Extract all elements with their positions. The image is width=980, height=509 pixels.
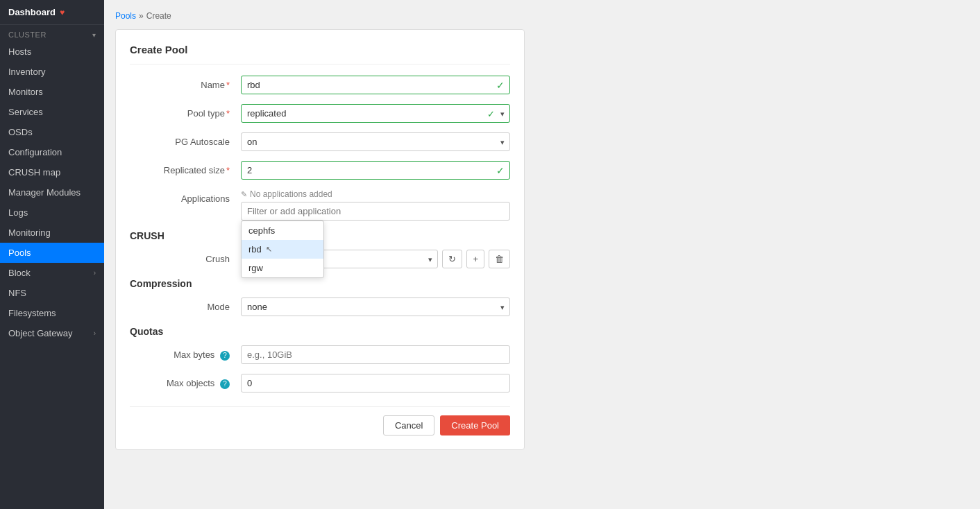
pool-type-select[interactable]: replicated erasure	[241, 104, 510, 123]
card-title: Create Pool	[130, 44, 510, 64]
max-objects-row: Max objects ?	[130, 374, 510, 392]
sidebar-item-logs[interactable]: Logs	[0, 202, 104, 223]
name-row: Name* ✓	[130, 76, 510, 94]
sidebar-item-label: Hosts	[8, 46, 31, 57]
name-input[interactable]	[241, 76, 510, 94]
sidebar-item-pools[interactable]: Pools	[0, 243, 104, 263]
max-objects-control-wrap	[241, 374, 510, 392]
cluster-section-label: Cluster	[8, 31, 47, 39]
mode-label: Mode	[130, 297, 241, 312]
pg-autoscale-select[interactable]: on off warn	[241, 132, 510, 151]
max-bytes-label: Max bytes ?	[130, 345, 241, 361]
cluster-arrow-icon: ▾	[92, 31, 96, 39]
apps-filter-input[interactable]	[241, 202, 510, 221]
apps-dropdown-item-rbd[interactable]: rbd ↖	[242, 240, 323, 259]
sidebar-item-hosts[interactable]: Hosts	[0, 42, 104, 62]
sidebar-item-osds[interactable]: OSDs	[0, 122, 104, 142]
heart-icon: ♥	[60, 8, 65, 17]
cluster-section[interactable]: Cluster ▾	[0, 25, 104, 42]
sidebar-item-label: OSDs	[8, 127, 33, 137]
pool-type-control-wrap: replicated erasure ✓	[241, 104, 510, 123]
sidebar-item-label: Inventory	[8, 67, 45, 77]
crush-delete-button[interactable]: 🗑	[489, 250, 510, 268]
compression-section-title: Compression	[130, 278, 510, 289]
max-objects-input[interactable]	[241, 374, 510, 392]
sidebar-item-label: Block	[8, 268, 31, 278]
apps-dropdown-item-cephfs[interactable]: cephfs	[242, 221, 323, 240]
sidebar-item-inventory[interactable]: Inventory	[0, 62, 104, 82]
sidebar-item-label: Logs	[8, 207, 28, 218]
sidebar-item-nfs[interactable]: NFS	[0, 283, 104, 303]
pool-type-row: Pool type* replicated erasure ✓	[130, 104, 510, 123]
pencil-icon: ✎	[241, 190, 247, 199]
mode-control-wrap: none passive aggressive force	[241, 297, 510, 316]
sidebar-item-manager-modules[interactable]: Manager Modules	[0, 182, 104, 202]
create-pool-card: Create Pool Name* ✓ Pool type* replicate…	[115, 29, 525, 450]
pg-autoscale-label: PG Autoscale	[130, 132, 241, 147]
pg-autoscale-row: PG Autoscale on off warn	[130, 132, 510, 151]
sidebar-item-services[interactable]: Services	[0, 102, 104, 122]
mode-row: Mode none passive aggressive force	[130, 297, 510, 316]
applications-label: Applications	[130, 189, 241, 204]
replicated-size-row: Replicated size* ✓	[130, 161, 510, 180]
replicated-size-control-wrap: ✓	[241, 161, 510, 180]
sidebar-item-label: Configuration	[8, 147, 62, 157]
sidebar-item-crush-map[interactable]: CRUSH map	[0, 162, 104, 182]
applications-control-wrap: ✎ No applications added cephfs rbd ↖ rgw	[241, 189, 510, 221]
sidebar-item-label: Object Gateway	[8, 328, 73, 338]
no-applications-text: ✎ No applications added	[241, 189, 510, 199]
apps-dropdown: cephfs rbd ↖ rgw	[241, 221, 324, 278]
max-bytes-row: Max bytes ?	[130, 345, 510, 364]
breadcrumb-separator: »	[139, 11, 144, 21]
crush-reload-button[interactable]: ↻	[442, 250, 462, 268]
replicated-size-label: Replicated size*	[130, 161, 241, 175]
sidebar-item-filesystems[interactable]: Filesystems	[0, 303, 104, 323]
sidebar-header: Dashboard ♥	[0, 0, 104, 25]
applications-row: Applications ✎ No applications added cep…	[130, 189, 510, 221]
sidebar-item-monitoring[interactable]: Monitoring	[0, 223, 104, 243]
sidebar-item-object-gateway[interactable]: Object Gateway ›	[0, 323, 104, 343]
main-content: Pools » Create Create Pool Name* ✓ Pool …	[104, 0, 980, 509]
crush-label: Crush	[130, 250, 241, 264]
sidebar-item-label: Manager Modules	[8, 187, 81, 198]
pool-type-check-icon: ✓	[487, 108, 495, 119]
name-check-icon: ✓	[496, 80, 505, 91]
quotas-section-title: Quotas	[130, 326, 510, 337]
mode-select-wrap: none passive aggressive force	[241, 297, 510, 316]
sidebar-item-label: CRUSH map	[8, 167, 60, 178]
sidebar-item-block[interactable]: Block ›	[0, 263, 104, 283]
max-objects-help-icon[interactable]: ?	[220, 379, 230, 389]
mode-select[interactable]: none passive aggressive force	[241, 297, 510, 316]
apps-dropdown-item-rgw[interactable]: rgw	[242, 259, 323, 277]
create-pool-button[interactable]: Create Pool	[440, 415, 510, 435]
breadcrumb-create: Create	[146, 11, 171, 21]
max-bytes-input[interactable]	[241, 345, 510, 364]
apps-dropdown-wrap: cephfs rbd ↖ rgw	[241, 199, 510, 221]
replicated-size-check-icon: ✓	[496, 165, 505, 176]
name-control-wrap: ✓	[241, 76, 510, 94]
pool-type-select-wrap: replicated erasure ✓	[241, 104, 510, 123]
max-objects-label: Max objects ?	[130, 374, 241, 389]
pool-type-label: Pool type*	[130, 104, 241, 119]
max-bytes-control-wrap	[241, 345, 510, 364]
crush-add-button[interactable]: +	[466, 250, 484, 268]
name-label: Name*	[130, 76, 241, 90]
sidebar-item-label: Filesystems	[8, 308, 56, 318]
dashboard-label[interactable]: Dashboard	[8, 7, 56, 17]
breadcrumb: Pools » Create	[115, 11, 969, 21]
sidebar-item-label: NFS	[8, 288, 26, 298]
replicated-size-input[interactable]	[241, 161, 510, 180]
cancel-button[interactable]: Cancel	[383, 415, 434, 435]
sidebar-item-monitors[interactable]: Monitors	[0, 82, 104, 102]
button-row: Cancel Create Pool	[130, 406, 510, 435]
max-bytes-help-icon[interactable]: ?	[220, 351, 230, 361]
block-arrow-icon: ›	[94, 269, 96, 277]
sidebar-item-configuration[interactable]: Configuration	[0, 142, 104, 162]
breadcrumb-pools-link[interactable]: Pools	[115, 11, 136, 21]
cursor-icon: ↖	[266, 245, 272, 254]
pg-autoscale-select-wrap: on off warn	[241, 132, 510, 151]
sidebar: Dashboard ♥ Cluster ▾ Hosts Inventory Mo…	[0, 0, 104, 509]
sidebar-item-label: Pools	[8, 248, 31, 258]
sidebar-item-label: Monitors	[8, 87, 43, 97]
object-gateway-arrow-icon: ›	[94, 329, 96, 337]
